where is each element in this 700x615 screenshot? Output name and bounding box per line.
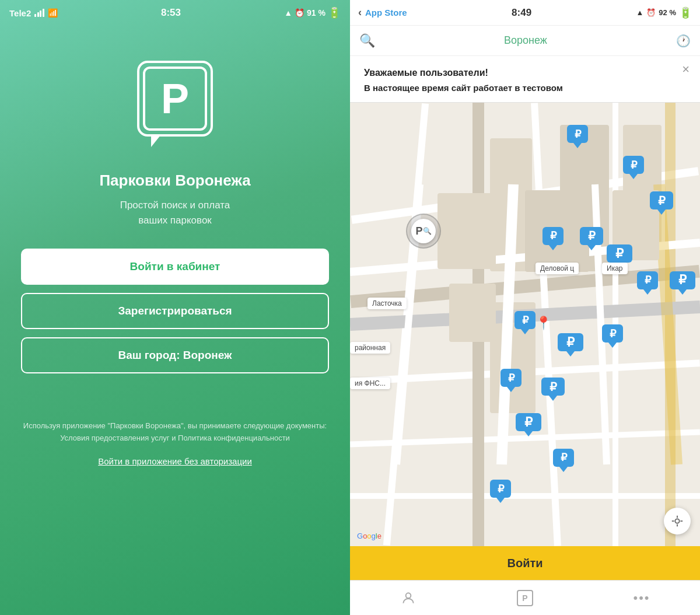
parking-marker-14-tail [524, 431, 533, 436]
tab-more[interactable]: ••• [583, 581, 700, 615]
register-button[interactable]: Зарегистрироваться [21, 293, 329, 329]
login-button[interactable]: Войти в кабинет [21, 249, 329, 285]
parking-marker-8[interactable]: ₽ [672, 271, 693, 295]
parking-marker-1[interactable]: ₽ [567, 125, 588, 148]
alarm-icon-right: ⏰ [646, 8, 656, 17]
carrier-text: Tele2 [9, 8, 31, 18]
right-panel: ‹ App Store 8:49 ▲ ⏰ 92 % 🔋 🔍 Воронеж 🕐 … [350, 0, 700, 615]
parking-marker-16[interactable]: ₽ [490, 480, 511, 503]
parking-marker-7[interactable]: ₽ [637, 271, 658, 295]
parking-marker-16-body: ₽ [490, 480, 511, 498]
search-city[interactable]: Воронеж [384, 34, 667, 47]
parking-marker-13[interactable]: ₽ [542, 378, 564, 401]
nav-arrow-right: ▲ [636, 8, 643, 17]
parking-marker-10[interactable]: ₽ [560, 333, 581, 357]
map-container[interactable]: ₽ ₽ ₽ ₽ ₽ ₽ ₽ [350, 103, 700, 546]
parking-marker-5-tail [587, 245, 596, 250]
parking-marker-13-body: ₽ [541, 378, 565, 396]
parking-marker-7-body: ₽ [637, 271, 658, 289]
parking-marker-12[interactable]: ₽ [501, 369, 522, 392]
parking-marker-10-tail [566, 351, 575, 357]
parking-marker-15[interactable]: ₽ [553, 449, 574, 472]
status-bar-right: ‹ App Store 8:49 ▲ ⏰ 92 % 🔋 [350, 0, 700, 26]
parking-marker-3[interactable]: ₽ [651, 191, 672, 215]
signal-bar-3 [40, 11, 41, 17]
location-label-ikar: Икар [602, 263, 628, 274]
map-background: ₽ ₽ ₽ ₽ ₽ ₽ ₽ [350, 103, 700, 546]
search-icon[interactable]: 🔍 [359, 33, 375, 48]
signal-bar-1 [34, 14, 36, 17]
battery-icon-left: 🔋 [328, 6, 341, 19]
parking-marker-9-tail [521, 329, 529, 334]
parking-marker-10-body: ₽ [558, 333, 583, 351]
search-location-marker[interactable]: P 🔍 [406, 214, 441, 249]
parking-marker-8-body: ₽ [670, 271, 695, 289]
notification-overlay: × Уважаемые пользователи! В настоящее вр… [350, 56, 700, 103]
dots-icon: ••• [633, 590, 650, 606]
battery-group-right: ▲ ⏰ 92 % 🔋 [636, 6, 692, 19]
map-block-4 [623, 125, 662, 249]
parking-marker-12-tail [507, 387, 515, 392]
parking-marker-12-body: ₽ [501, 369, 522, 387]
battery-right: 92 % [659, 8, 676, 17]
pin-marker: 📍 [536, 316, 551, 331]
parking-marker-15-body: ₽ [553, 449, 574, 467]
signal-bars [34, 9, 44, 17]
search-glass: 🔍 [423, 227, 432, 235]
location-button[interactable] [664, 508, 691, 534]
back-label[interactable]: App Store [365, 8, 407, 18]
city-button[interactable]: Ваш город: Воронеж [21, 337, 329, 373]
parking-logo: P [137, 61, 213, 137]
svg-point-10 [675, 519, 679, 523]
back-arrow-icon: ‹ [358, 6, 362, 19]
parking-marker-3-body: ₽ [650, 191, 673, 209]
parking-marker-13-tail [549, 396, 557, 401]
location-label-lastochka: Ласточка [368, 298, 407, 309]
close-button[interactable]: × [682, 63, 690, 76]
parking-marker-8-tail [678, 289, 687, 295]
parking-marker-5[interactable]: ₽ [581, 227, 602, 250]
location-label-delovoy: Деловой ц [536, 263, 579, 274]
parking-marker-1-body: ₽ [567, 125, 588, 143]
parking-marker-2-body: ₽ [623, 156, 644, 174]
parking-marker-9-body: ₽ [514, 311, 536, 329]
parking-marker-3-tail [657, 209, 666, 215]
parking-tab-icon: P [517, 590, 533, 606]
wifi-icon: 📶 [48, 8, 58, 18]
app-subtitle: Простой поиск и оплатаваших парковок [97, 198, 254, 228]
guest-login-link[interactable]: Войти в приложение без авторизации [98, 456, 252, 466]
parking-marker-14[interactable]: ₽ [518, 413, 539, 436]
parking-marker-9[interactable]: ₽ [514, 311, 536, 334]
google-logo: Google [357, 532, 382, 540]
battery-icon-right: 🔋 [679, 6, 692, 19]
signal-bar-4 [43, 9, 44, 17]
location-label-rayonnaya: районная [350, 342, 390, 354]
parking-marker-2[interactable]: ₽ [623, 156, 644, 179]
parking-logo-inner: P [143, 67, 207, 131]
street-v1 [383, 103, 429, 546]
parking-marker-4[interactable]: ₽ [542, 227, 564, 250]
battery-group-left: ▲ ⏰ 91 % 🔋 [284, 6, 341, 19]
alarm-icon-left: ⏰ [295, 8, 304, 18]
history-icon[interactable]: 🕐 [676, 34, 691, 48]
signal-bar-2 [37, 12, 39, 17]
parking-marker-6-body: ₽ [607, 244, 632, 263]
footer-terms: Используя приложение "Парковки Воронежа"… [0, 420, 350, 445]
location-label-fns: ия ФНС... [350, 378, 390, 389]
notification-body: В настоящее время сайт работает в тестов… [364, 83, 686, 93]
time-right: 8:49 [512, 7, 531, 19]
tab-parking[interactable]: P [467, 581, 583, 615]
nav-arrow-left: ▲ [284, 8, 292, 18]
search-p-icon: P [415, 225, 422, 237]
tab-profile[interactable] [350, 581, 467, 615]
map-block-1 [490, 138, 532, 271]
left-panel: Tele2 📶 8:53 ▲ ⏰ 91 % 🔋 P Парковки Ворон… [0, 0, 350, 615]
time-left: 8:53 [161, 7, 181, 19]
tab-bar: P ••• [350, 580, 700, 615]
parking-marker-7-tail [643, 289, 652, 295]
parking-marker-11[interactable]: ₽ [602, 324, 623, 348]
street-v5 [665, 103, 676, 546]
login-button-right[interactable]: Войти [350, 546, 700, 580]
parking-marker-14-body: ₽ [516, 413, 541, 431]
back-group: ‹ App Store [358, 6, 407, 19]
